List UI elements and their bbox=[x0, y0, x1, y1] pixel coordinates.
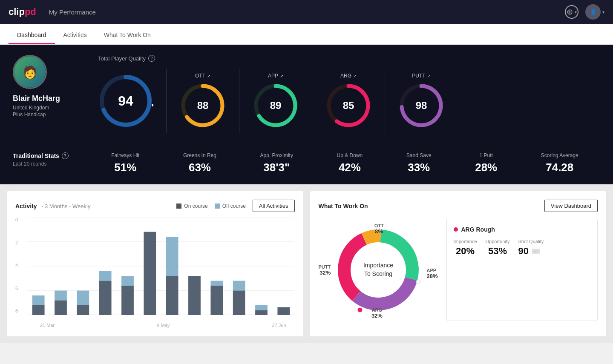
view-dashboard-button[interactable]: View Dashboard bbox=[544, 200, 598, 212]
wtwo-right: ARG Rough Importance 20% Opportunity 53%… bbox=[446, 219, 598, 321]
stats-label-group: Traditional Stats ? Last 20 rounds bbox=[13, 152, 89, 167]
svg-rect-27 bbox=[166, 237, 178, 276]
legend-off-course-icon bbox=[215, 203, 220, 209]
svg-rect-24 bbox=[121, 276, 134, 286]
app-trend-icon: ↗ bbox=[280, 74, 283, 78]
header-title: My Performance bbox=[49, 9, 96, 16]
player-country: United Kingdom bbox=[13, 105, 49, 111]
svg-rect-21 bbox=[77, 305, 89, 315]
total-quality-label: Total Player Quality ? bbox=[98, 55, 600, 62]
svg-rect-17 bbox=[32, 305, 45, 315]
wtwo-content: Importance To Scoring OTT 8% APP 28% bbox=[319, 219, 598, 321]
activity-controls: On course Off course All Activities bbox=[176, 200, 294, 212]
activity-chart-subtitle: - 3 Months - Weekly bbox=[41, 203, 90, 209]
ott-trend-icon: ↗ bbox=[207, 74, 210, 78]
gauge-putt-value: 98 bbox=[416, 100, 427, 112]
gauge-putt-container: 98 bbox=[398, 82, 445, 129]
arg-trend-icon: ↗ bbox=[353, 74, 357, 78]
gauge-app: APP ↗ 89 bbox=[239, 69, 312, 133]
gauge-app-label: APP ↗ bbox=[268, 73, 283, 79]
ott-label: OTT 8% bbox=[374, 223, 384, 235]
chart-legend: On course Off course bbox=[176, 203, 246, 209]
wtwo-card-title: ARG Rough bbox=[454, 226, 591, 233]
user-chevron-icon: ▾ bbox=[602, 10, 604, 14]
tab-what-to-work-on[interactable]: What To Work On bbox=[95, 24, 159, 44]
tab-bar: Dashboard Activities What To Work On bbox=[0, 24, 613, 45]
svg-rect-16 bbox=[32, 295, 45, 305]
wtwo-opportunity: Opportunity 53% bbox=[486, 239, 510, 257]
logo-clip: clip bbox=[9, 6, 25, 17]
stats-info-icon[interactable]: ? bbox=[62, 152, 69, 159]
traditional-stats: Traditional Stats ? Last 20 rounds Fairw… bbox=[13, 142, 600, 174]
stat-up-down: Up & Down 42% bbox=[337, 152, 363, 174]
stat-1-putt: 1 Putt 28% bbox=[475, 152, 497, 174]
app-label: APP 28% bbox=[426, 268, 437, 279]
stat-greens-in-reg: Greens In Reg 63% bbox=[183, 152, 216, 174]
putt-label: PUTT 32% bbox=[319, 264, 331, 276]
highlight-dot-icon bbox=[454, 227, 458, 232]
activity-chart-card: Activity - 3 Months - Weekly On course O… bbox=[7, 191, 303, 336]
svg-rect-19 bbox=[55, 301, 67, 315]
avatar[interactable]: 👤 bbox=[585, 4, 601, 20]
svg-rect-31 bbox=[210, 286, 223, 315]
header-actions: ⊕ ▾ 👤 ▾ bbox=[565, 4, 604, 20]
total-quality-info-icon[interactable]: ? bbox=[148, 55, 155, 62]
wtwo-header: What To Work On View Dashboard bbox=[319, 200, 598, 212]
add-chevron-icon: ▾ bbox=[575, 10, 577, 14]
wtwo-importance: Importance 20% bbox=[454, 239, 477, 257]
activity-title-group: Activity - 3 Months - Weekly bbox=[15, 202, 90, 210]
activity-chart-header: Activity - 3 Months - Weekly On course O… bbox=[15, 200, 295, 212]
legend-off-course: Off course bbox=[215, 203, 246, 209]
stat-fairways-hit: Fairways Hit 51% bbox=[111, 152, 139, 174]
svg-point-2 bbox=[152, 104, 153, 106]
wtwo-highlight-card: ARG Rough Importance 20% Opportunity 53%… bbox=[446, 219, 598, 321]
plus-icon: ⊕ bbox=[567, 7, 573, 17]
shot-quality-tag: ··· bbox=[532, 249, 540, 254]
stats-title: Traditional Stats ? bbox=[13, 152, 89, 159]
player-avatar: 🧑 bbox=[13, 55, 47, 89]
user-menu[interactable]: 👤 ▾ bbox=[585, 4, 604, 20]
all-activities-button[interactable]: All Activities bbox=[253, 200, 295, 212]
x-axis: 21 Mar 9 May 27 Jun bbox=[27, 321, 295, 328]
svg-rect-36 bbox=[277, 307, 290, 315]
arg-label: ARG 32% bbox=[371, 307, 383, 319]
hero-top: 🧑 Blair McHarg United Kingdom Plus Handi… bbox=[13, 55, 600, 133]
gauge-total-value: 94 bbox=[118, 93, 133, 109]
legend-on-course-icon bbox=[176, 203, 181, 209]
gauge-ott-value: 88 bbox=[197, 100, 209, 112]
tab-activities[interactable]: Activities bbox=[55, 24, 95, 44]
donut-section: Importance To Scoring OTT 8% APP 28% bbox=[319, 219, 438, 321]
gauge-putt-label: PUTT ↗ bbox=[412, 73, 430, 79]
svg-rect-26 bbox=[144, 232, 156, 315]
svg-rect-33 bbox=[233, 291, 245, 315]
gauge-putt: PUTT ↗ 98 bbox=[385, 69, 458, 133]
svg-point-44 bbox=[416, 280, 420, 284]
stats-subtitle: Last 20 rounds bbox=[13, 161, 89, 167]
player-name: Blair McHarg bbox=[13, 94, 60, 103]
what-to-work-on-card: What To Work On View Dashboard Importanc… bbox=[310, 191, 607, 336]
putt-trend-icon: ↗ bbox=[427, 74, 431, 78]
bottom-section: Activity - 3 Months - Weekly On course O… bbox=[0, 184, 613, 343]
legend-on-course: On course bbox=[176, 203, 207, 209]
gauge-app-value: 89 bbox=[270, 100, 282, 112]
svg-rect-34 bbox=[255, 305, 268, 310]
hero-section: 🧑 Blair McHarg United Kingdom Plus Handi… bbox=[0, 45, 613, 184]
score-circles: 94 OTT ↗ 88 bbox=[98, 69, 600, 133]
svg-rect-18 bbox=[55, 291, 67, 301]
gauge-ott-container: 88 bbox=[179, 82, 226, 129]
scores-section: Total Player Quality ? 94 bbox=[98, 55, 600, 133]
gauge-total-container: 94 bbox=[98, 73, 153, 129]
gauge-app-container: 89 bbox=[252, 82, 299, 129]
wtwo-highlight-stats: Importance 20% Opportunity 53% Shot Qual… bbox=[454, 239, 591, 257]
player-handicap: Plus Handicap bbox=[13, 112, 46, 118]
y-axis: 8 6 4 2 0 bbox=[15, 217, 26, 315]
logo-pd: pd bbox=[25, 6, 36, 17]
svg-rect-35 bbox=[255, 310, 268, 315]
tab-dashboard[interactable]: Dashboard bbox=[9, 24, 55, 44]
gauge-ott: OTT ↗ 88 bbox=[167, 69, 239, 133]
chart-container: 8 6 4 2 0 21 Mar 9 May 27 Jun bbox=[15, 217, 295, 328]
add-button[interactable]: ⊕ ▾ bbox=[565, 5, 578, 19]
gauge-total: 94 bbox=[98, 69, 167, 133]
bars-area bbox=[27, 217, 295, 315]
svg-rect-23 bbox=[99, 281, 112, 315]
